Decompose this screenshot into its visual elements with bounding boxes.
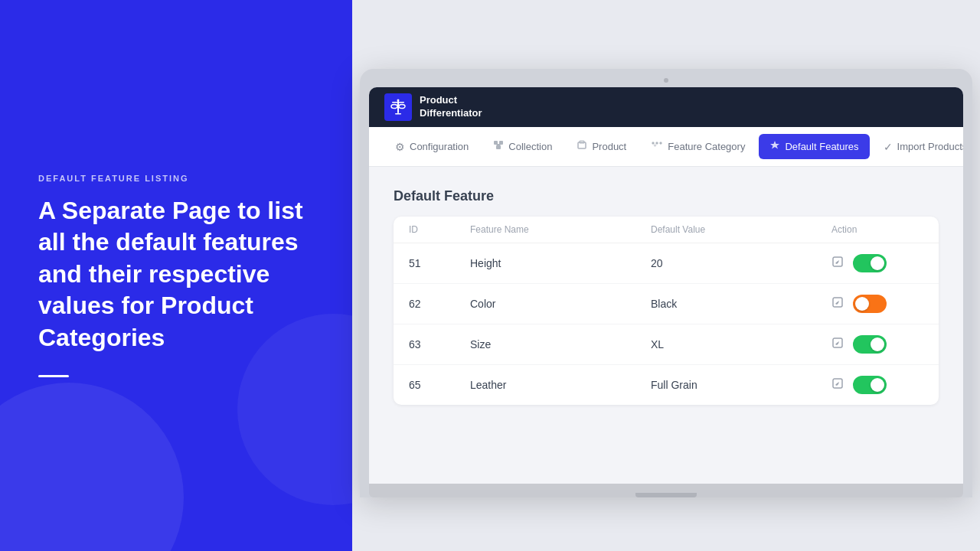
logo-icon bbox=[384, 93, 412, 121]
cell-default-value-2: XL bbox=[651, 338, 831, 350]
collection-icon bbox=[493, 140, 504, 153]
camera-dot bbox=[664, 78, 668, 83]
table-header: ID Feature Name Default Value Action bbox=[394, 217, 939, 243]
action-cell-1 bbox=[831, 295, 923, 313]
edit-icon-2[interactable] bbox=[831, 337, 844, 352]
logo-text: Product Differentiator bbox=[420, 94, 482, 120]
svg-rect-9 bbox=[497, 144, 501, 145]
tab-product[interactable]: Product bbox=[566, 134, 637, 159]
col-header-action: Action bbox=[831, 224, 923, 235]
left-panel: DEFAULT FEATURE LISTING A Separate Page … bbox=[0, 0, 352, 551]
action-cell-3 bbox=[831, 376, 923, 394]
cell-feature-name-1: Color bbox=[470, 298, 651, 310]
configuration-icon: ⚙ bbox=[395, 141, 405, 153]
table-row: 51 Height 20 bbox=[394, 243, 939, 284]
action-cell-0 bbox=[831, 254, 923, 272]
app-navbar: Product Differentiator bbox=[369, 87, 963, 127]
edit-icon-0[interactable] bbox=[831, 256, 844, 271]
product-icon bbox=[577, 140, 587, 153]
section-title: Default Feature bbox=[394, 188, 939, 204]
cell-feature-name-3: Leather bbox=[470, 379, 651, 391]
col-header-id: ID bbox=[409, 224, 470, 235]
table-row: 62 Color Black bbox=[394, 284, 939, 324]
divider bbox=[38, 375, 69, 377]
toggle-1[interactable] bbox=[853, 295, 887, 313]
tab-import-products[interactable]: ✓ Import Products bbox=[873, 135, 963, 159]
cell-feature-name-2: Size bbox=[470, 338, 651, 350]
table-row: 65 Leather Full Grain bbox=[394, 365, 939, 405]
cell-id-3: 65 bbox=[409, 379, 470, 391]
cell-default-value-1: Black bbox=[651, 298, 831, 310]
cell-id-0: 51 bbox=[409, 257, 470, 269]
tab-feature-category[interactable]: Feature Category bbox=[640, 134, 756, 159]
main-content: Default Feature ID Feature Name Default … bbox=[369, 167, 963, 484]
svg-rect-10 bbox=[496, 145, 501, 149]
laptop-screen: Product Differentiator ⚙ Configuration C… bbox=[369, 87, 963, 484]
data-table: ID Feature Name Default Value Action 51 … bbox=[394, 217, 939, 405]
logo-area: Product Differentiator bbox=[384, 93, 482, 121]
import-products-icon: ✓ bbox=[884, 141, 893, 153]
action-cell-2 bbox=[831, 335, 923, 354]
svg-rect-2 bbox=[392, 102, 404, 103]
laptop-mockup: Product Differentiator ⚙ Configuration C… bbox=[360, 69, 972, 497]
feature-category-icon bbox=[651, 140, 663, 153]
main-title: A Separate Page to list all the default … bbox=[38, 195, 314, 354]
edit-icon-3[interactable] bbox=[831, 377, 844, 393]
toggle-3[interactable] bbox=[853, 376, 887, 394]
col-header-feature-name: Feature Name bbox=[470, 224, 651, 235]
cell-id-1: 62 bbox=[409, 298, 470, 310]
tab-configuration[interactable]: ⚙ Configuration bbox=[384, 135, 479, 159]
tab-bar: ⚙ Configuration Collection Product bbox=[369, 127, 963, 167]
cell-default-value-0: 20 bbox=[651, 257, 831, 269]
right-panel: Product Differentiator ⚙ Configuration C… bbox=[352, 0, 980, 551]
cell-default-value-3: Full Grain bbox=[651, 379, 831, 391]
edit-icon-1[interactable] bbox=[831, 296, 844, 311]
tab-collection[interactable]: Collection bbox=[482, 134, 563, 159]
toggle-0[interactable] bbox=[853, 254, 887, 272]
cell-feature-name-0: Height bbox=[470, 257, 651, 269]
table-row: 63 Size XL bbox=[394, 324, 939, 365]
cell-id-2: 63 bbox=[409, 338, 470, 350]
svg-point-5 bbox=[397, 99, 400, 102]
subtitle: DEFAULT FEATURE LISTING bbox=[38, 174, 314, 183]
laptop-base bbox=[369, 484, 963, 497]
default-features-icon bbox=[769, 140, 780, 153]
col-header-default-value: Default Value bbox=[651, 224, 831, 235]
tab-default-features[interactable]: Default Features bbox=[759, 134, 869, 159]
svg-rect-6 bbox=[395, 113, 401, 115]
toggle-2[interactable] bbox=[853, 335, 887, 354]
